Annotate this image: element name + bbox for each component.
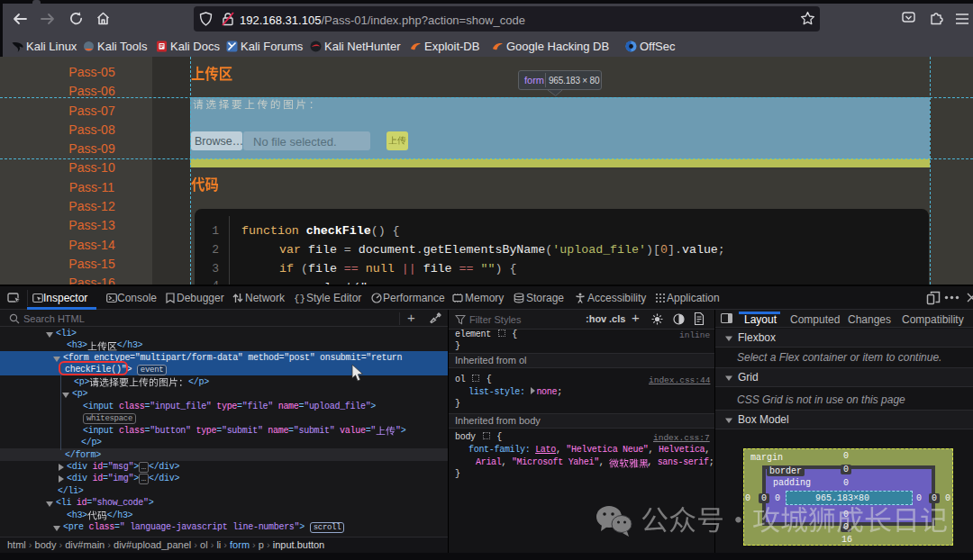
svg-text:{}: {} (294, 294, 305, 303)
